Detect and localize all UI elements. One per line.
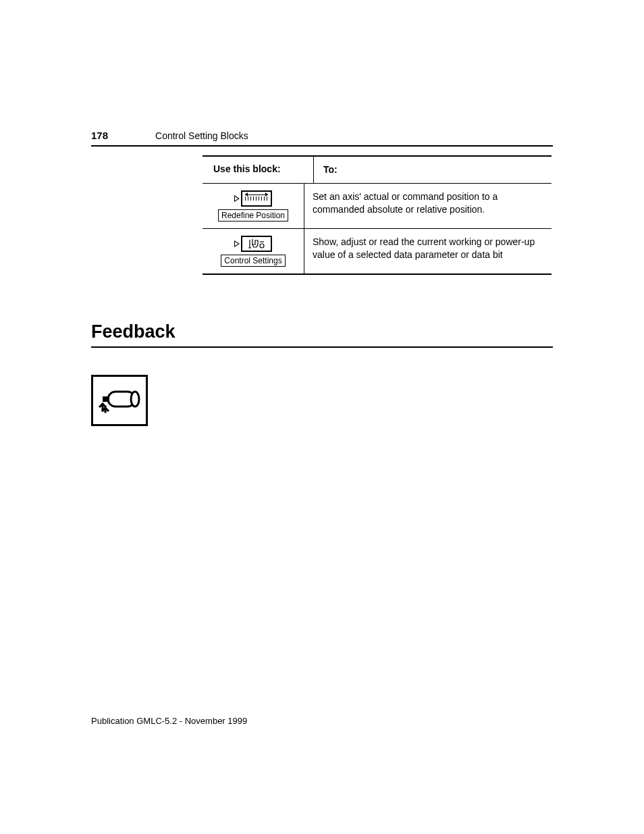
control-settings-block-icon: Control Settings bbox=[208, 236, 298, 267]
input-triangle-icon bbox=[234, 240, 240, 247]
table-row: Control Settings Show, adjust or read th… bbox=[203, 229, 552, 273]
svg-point-2 bbox=[131, 392, 139, 407]
table-header-row: Use this block: To: bbox=[203, 157, 552, 184]
svg-point-0 bbox=[260, 244, 264, 248]
table-row: Redefine Position Set an axis' actual or… bbox=[203, 184, 552, 229]
page-number: 178 bbox=[91, 130, 108, 141]
hand-adjust-icon bbox=[241, 236, 272, 252]
block-label: Control Settings bbox=[221, 255, 285, 267]
publication-footer: Publication GMLC-5.2 - November 1999 bbox=[91, 716, 247, 726]
section-heading-feedback: Feedback bbox=[91, 321, 553, 348]
block-table: Use this block: To: Redefine Position Se… bbox=[203, 155, 552, 275]
header-section-title: Control Setting Blocks bbox=[155, 130, 248, 141]
table-header-col1: Use this block: bbox=[203, 157, 314, 183]
table-header-col2: To: bbox=[314, 157, 552, 183]
block-label: Redefine Position bbox=[218, 209, 288, 221]
svg-rect-3 bbox=[103, 396, 109, 402]
input-triangle-icon bbox=[234, 195, 240, 202]
block-description: Set an axis' actual or command position … bbox=[304, 184, 552, 228]
ruler-icon bbox=[241, 190, 272, 207]
block-cell: Redefine Position bbox=[203, 184, 304, 228]
page-header: 178 Control Setting Blocks bbox=[91, 130, 553, 147]
redefine-position-block-icon: Redefine Position bbox=[208, 190, 298, 221]
block-cell: Control Settings bbox=[203, 229, 304, 273]
feedback-motor-icon bbox=[91, 375, 148, 426]
block-description: Show, adjust or read the current working… bbox=[304, 229, 552, 273]
